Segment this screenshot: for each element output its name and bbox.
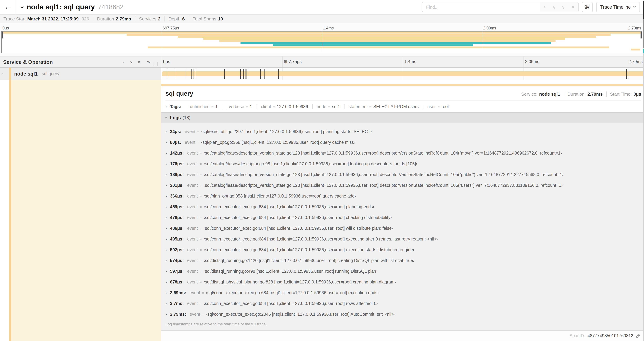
gridline	[523, 57, 524, 67]
chevron-right-icon[interactable]: ›	[166, 279, 167, 284]
view-selector-button[interactable]: Trace Timeline ∨	[596, 2, 640, 12]
log-marker	[167, 69, 167, 79]
span-row-timeline[interactable]	[161, 68, 644, 80]
chevron-right-icon[interactable]: ›	[166, 258, 167, 263]
minimap-span	[240, 42, 551, 44]
span-row-name-column[interactable]: › node sql1 sql query	[0, 68, 161, 80]
scrollbar-segment	[643, 19, 644, 48]
chevron-down-icon: ›	[164, 117, 168, 118]
chevron-right-icon[interactable]: ›	[166, 247, 167, 252]
chevron-right-icon[interactable]: ›	[166, 129, 167, 134]
service-operation-header: Service & Operation › › » » ❘❘	[0, 57, 161, 67]
collapse-all-icon[interactable]: ›	[120, 61, 126, 63]
tags-label[interactable]: Tags:	[170, 104, 181, 109]
log-row[interactable]: ›142μs:event=‹sql/catalog/lease/descript…	[161, 148, 644, 158]
log-row[interactable]: ›176μs:event=‹sql/catalog/descs/descript…	[161, 158, 644, 169]
log-row[interactable]: ›459μs:event=‹sql/conn_executor_exec.go:…	[161, 201, 644, 212]
span-service-name[interactable]: node sql1	[14, 71, 38, 77]
chevron-right-icon[interactable]: ›	[166, 204, 167, 209]
minimap-canvas[interactable]	[2, 31, 642, 53]
log-row[interactable]: ›80μs:event=‹sql/plan_opt.go:358 [nsql1,…	[161, 137, 644, 148]
logs-accordion-header[interactable]: › Logs (18)	[161, 113, 644, 123]
chevron-right-icon[interactable]: ›	[166, 269, 167, 274]
log-row[interactable]: ›597μs:event=‹sql/distsql_running.go:498…	[161, 266, 644, 276]
gridline	[482, 32, 482, 53]
expand-all-icon[interactable]: »	[136, 60, 142, 63]
tags-row[interactable]: › Tags: _unfinished=1_verbose=1client=12…	[161, 101, 644, 112]
collapse-trace-icon[interactable]: ›	[19, 6, 26, 8]
tick-label: 2.79ms	[628, 59, 642, 64]
chevron-down-icon[interactable]: ∨	[558, 5, 568, 9]
span-row[interactable]: › node sql1 sql query	[0, 68, 644, 80]
log-row[interactable]: ›678μs:event=‹sql/distsql_physical_plann…	[161, 276, 644, 287]
tag-item: statement=SELECT * FROM users	[344, 104, 423, 109]
chevron-right-icon[interactable]: ›	[166, 226, 167, 231]
span-meta-item: Start Time:0μs	[606, 92, 641, 97]
keyboard-shortcuts-button[interactable]: ⌘	[582, 2, 592, 12]
log-row[interactable]: ›502μs:event=‹sql/conn_executor_exec.go:…	[161, 244, 644, 255]
service-operation-label: Service & Operation	[3, 59, 53, 65]
log-marker	[278, 69, 278, 79]
summary-item: Services2	[135, 16, 164, 21]
top-nav: ← › node sql1: sql query 7418682 ⌖∧∨✕ ⌘ …	[0, 0, 644, 14]
chevron-right-icon[interactable]: ›	[166, 172, 167, 177]
find-input[interactable]	[422, 3, 540, 12]
scrollbar-thumb[interactable]	[643, 1, 644, 19]
back-button[interactable]: ←	[0, 0, 16, 14]
minimap-span	[204, 38, 565, 40]
deep-link-icon[interactable]	[636, 333, 640, 338]
log-row[interactable]: ›189μs:event=‹sql/catalog/lease/descript…	[161, 169, 644, 180]
summary-item: Trace StartMarch 31 2022, 17:25:09.326	[4, 16, 93, 21]
log-row[interactable]: ›2.79ms:event=‹sql/conn_executor_exec.go…	[161, 309, 644, 319]
log-row[interactable]: ›574μs:event=‹sql/distsql_running.go:142…	[161, 255, 644, 266]
log-row[interactable]: ›486μs:event=‹sql/conn_executor_exec.go:…	[161, 223, 644, 234]
expand-one-icon[interactable]: »	[147, 59, 150, 65]
span-meta-item: Service:node sql1	[518, 92, 564, 97]
log-row[interactable]: ›495μs:event=‹sql/conn_executor_exec.go:…	[161, 234, 644, 244]
span-duration-bar[interactable]	[162, 71, 643, 76]
page-title: node sql1: sql query	[27, 3, 95, 11]
log-row[interactable]: ›366μs:event=‹sql/plan_opt.go:358 [nsql1…	[161, 191, 644, 201]
summary-item: Depth6	[164, 16, 188, 21]
span-collapse-icon[interactable]: ›	[1, 73, 6, 75]
timeline-header-row: Service & Operation › › » » ❘❘ 0μs697.75…	[0, 56, 644, 68]
log-row[interactable]: ›2.7ms:event=‹sql/conn_executor_exec.go:…	[161, 298, 644, 309]
span-detail-title: sql query	[166, 90, 193, 97]
tick-label: 2.09ms	[525, 59, 539, 64]
locate-icon[interactable]: ⌖	[540, 5, 549, 9]
log-row[interactable]: ›476μs:event=‹sql/conn_executor_exec.go:…	[161, 212, 644, 223]
log-marker	[186, 69, 186, 79]
collapse-one-icon[interactable]: ›	[130, 59, 132, 65]
span-operation-name: sql query	[42, 71, 59, 76]
chevron-right-icon[interactable]: ›	[166, 194, 167, 198]
chevron-right-icon[interactable]: ›	[166, 104, 167, 109]
log-row[interactable]: ›34μs:event=‹sql/exec_util.go:2297 [nsql…	[161, 126, 644, 137]
minimap-right-handle[interactable]	[640, 32, 642, 39]
scrollbar[interactable]	[643, 0, 644, 341]
chevron-up-icon[interactable]: ∧	[549, 5, 558, 9]
span-detail-row: sql query Service:node sql1Duration:2.79…	[0, 80, 644, 341]
minimap-left-handle[interactable]	[2, 32, 3, 39]
trace-id: 7418682	[98, 3, 124, 11]
column-resize-grip[interactable]: ❘❘	[152, 61, 159, 66]
summary-item: Duration2.79ms	[93, 16, 135, 21]
log-marker	[260, 69, 260, 79]
log-row[interactable]: ›201μs:event=‹sql/catalog/lease/descript…	[161, 180, 644, 191]
chevron-down-icon: ∨	[632, 5, 636, 9]
chevron-right-icon[interactable]: ›	[166, 290, 167, 295]
log-marker	[244, 69, 244, 79]
chevron-right-icon[interactable]: ›	[166, 151, 167, 155]
chevron-right-icon[interactable]: ›	[166, 140, 167, 145]
clear-icon[interactable]: ✕	[568, 5, 578, 9]
span-detail-left-fill	[11, 80, 161, 341]
chevron-right-icon[interactable]: ›	[166, 301, 167, 306]
minimap-span	[126, 34, 610, 36]
log-marker	[192, 69, 192, 79]
chevron-right-icon[interactable]: ›	[166, 161, 167, 166]
log-row[interactable]: ›2.69ms:event=‹sql/conn_executor_exec.go…	[161, 287, 644, 298]
log-marker	[264, 69, 265, 79]
chevron-right-icon[interactable]: ›	[166, 183, 167, 188]
chevron-right-icon[interactable]: ›	[166, 236, 167, 241]
chevron-right-icon[interactable]: ›	[166, 215, 167, 220]
chevron-right-icon[interactable]: ›	[166, 312, 167, 316]
